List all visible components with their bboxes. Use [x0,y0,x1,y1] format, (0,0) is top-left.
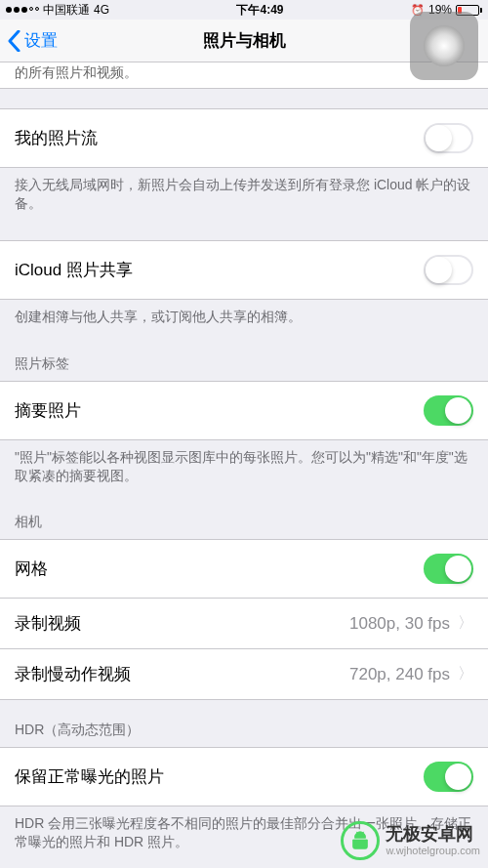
camera-header: 相机 [0,492,488,539]
watermark-title: 无极安卓网 [386,824,480,846]
icloud-share-label: iCloud 照片共享 [15,259,133,281]
grid-label: 网格 [15,558,48,580]
page-title: 照片与相机 [203,29,286,52]
icloud-share-footer: 创建相簿与他人共享，或订阅他人共享的相簿。 [0,300,488,334]
chevron-right-icon: 〉 [458,613,473,634]
record-slomo-cell[interactable]: 录制慢动作视频 720p, 240 fps 〉 [0,649,488,700]
icloud-share-switch[interactable] [424,255,473,285]
watermark: 无极安卓网 w.wjhotelgroup.com [341,821,480,860]
status-time: 下午4:49 [236,2,283,19]
summary-cell[interactable]: 摘要照片 [0,381,488,440]
photo-stream-footer: 接入无线局域网时，新照片会自动上传并发送到所有登录您 iCloud 帐户的设备。 [0,168,488,221]
back-label: 设置 [24,29,58,52]
grid-cell[interactable]: 网格 [0,539,488,599]
record-video-value: 1080p, 30 fps [349,614,450,634]
photo-stream-switch[interactable] [424,123,473,153]
summary-label: 摘要照片 [15,399,81,422]
signal-dots-icon [6,7,39,13]
photo-tab-header: 照片标签 [0,334,488,381]
network-label: 4G [94,3,109,17]
record-slomo-label: 录制慢动作视频 [15,663,131,685]
chevron-left-icon [8,30,20,52]
icloud-share-cell[interactable]: iCloud 照片共享 [0,240,488,300]
assistive-touch-icon [424,25,465,66]
chevron-right-icon: 〉 [458,664,473,684]
keep-normal-switch[interactable] [424,762,473,792]
keep-normal-label: 保留正常曝光的照片 [15,765,164,788]
record-video-cell[interactable]: 录制视频 1080p, 30 fps 〉 [0,599,488,649]
watermark-url: w.wjhotelgroup.com [386,845,480,857]
record-slomo-value: 720p, 240 fps [349,665,450,684]
keep-normal-cell[interactable]: 保留正常曝光的照片 [0,747,488,806]
photo-stream-cell[interactable]: 我的照片流 [0,108,488,168]
record-video-label: 录制视频 [15,612,81,635]
carrier-label: 中国联通 [43,2,90,19]
content[interactable]: 的所有照片和视频。 我的照片流 接入无线局域网时，新照片会自动上传并发送到所有登… [0,62,488,868]
back-button[interactable]: 设置 [8,29,58,52]
grid-switch[interactable] [424,554,473,584]
hdr-header: HDR（高动态范围） [0,700,488,747]
assistive-touch-button[interactable] [410,12,478,80]
watermark-android-icon [341,821,380,860]
photo-stream-label: 我的照片流 [15,127,98,149]
summary-switch[interactable] [424,395,473,426]
status-left: 中国联通 4G [6,2,109,19]
photo-tab-footer: "照片"标签能以各种视图显示图库中的每张照片。您可以为"精选"和"年度"选取紧凑… [0,440,488,493]
